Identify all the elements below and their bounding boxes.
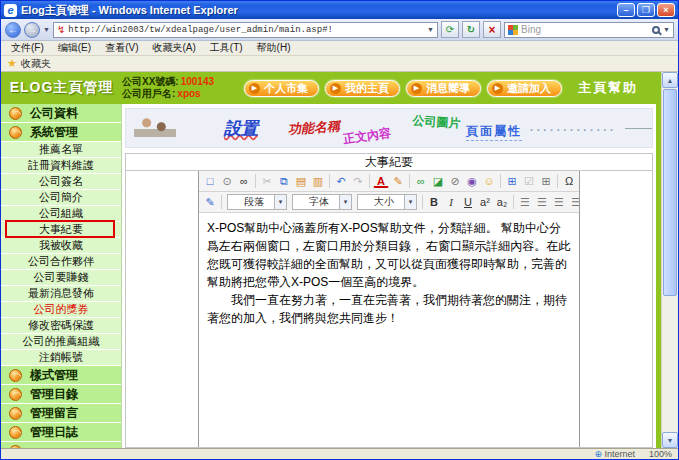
sidebar-section-system-mgmt[interactable]: 系統管理 — [1, 123, 121, 142]
address-dropdown-icon[interactable]: ▼ — [427, 26, 434, 33]
undo-icon[interactable]: ↶ — [333, 173, 349, 189]
sidebar-item-news-publish[interactable]: 最新消息發佈 — [1, 286, 121, 302]
sidebar-section-manage-messages[interactable]: 管理留言 — [1, 404, 121, 423]
rich-text-editor: □ ⊙ ∞ ✂ ⧉ ▤ ▥ ↶ ↷ — [198, 171, 580, 447]
paste-word-icon[interactable]: ▥ — [310, 173, 326, 189]
nav-button-label: 邀請加入 — [507, 81, 551, 96]
cut-icon[interactable]: ✂ — [259, 173, 275, 189]
close-button[interactable]: × — [657, 3, 675, 17]
preview-icon[interactable]: ⊙ — [219, 173, 235, 189]
italic-icon[interactable]: I — [443, 194, 459, 210]
sidebar-section-manage-directory[interactable]: 管理目錄 — [1, 385, 121, 404]
redo-icon[interactable]: ↷ — [350, 173, 366, 189]
forward-button[interactable]: → — [24, 22, 40, 38]
sidebar-item-lottery[interactable]: 公司的獎券 — [1, 302, 121, 318]
url-text[interactable]: http://win2003/tw/xdealpage/user_admin/m… — [68, 25, 424, 35]
unlink-icon[interactable]: ⊘ — [447, 173, 463, 189]
anchor-icon[interactable]: Ω — [561, 173, 577, 189]
font-size-select[interactable]: 大小▾ — [357, 194, 417, 210]
editor-text-area[interactable]: X-POS幫助中心涵蓋所有X-POS幫助文件，分類詳細。 幫助中心分 爲左右兩個… — [199, 213, 579, 447]
search-placeholder[interactable]: Bing — [521, 24, 649, 35]
menu-edit[interactable]: 编辑(E) — [58, 41, 91, 55]
back-button[interactable]: ← — [5, 22, 21, 38]
smiley-icon[interactable]: ☺ — [481, 173, 497, 189]
vertical-scrollbar[interactable]: ▲ ▼ — [661, 72, 678, 448]
swirl-icon — [9, 388, 22, 401]
favorites-star-icon[interactable]: ★ — [7, 57, 17, 70]
homepage-help-link[interactable]: 主頁幫助 — [578, 79, 638, 97]
sidebar-item-partners[interactable]: 公司合作夥伴 — [1, 254, 121, 270]
menu-help[interactable]: 帮助(H) — [257, 41, 291, 55]
zoom-level[interactable]: 100% — [649, 449, 672, 459]
swirl-icon — [9, 126, 22, 139]
chevron-down-icon: ▾ — [339, 195, 351, 209]
invite-join-button[interactable]: ▶邀請加入 — [487, 80, 562, 97]
refresh-button[interactable]: ↻ — [462, 21, 480, 38]
table-icon[interactable]: ⊞ — [504, 173, 520, 189]
message-wizard-button[interactable]: ▶消息嚮導 — [406, 80, 481, 97]
section-label: 公司資料 — [30, 105, 78, 122]
sidebar-item-milestones[interactable]: 大事紀要 — [1, 222, 121, 238]
sidebar-item-favorited-by[interactable]: 我被收藏 — [1, 238, 121, 254]
text-color-icon[interactable]: A — [373, 174, 389, 188]
paragraph-format-select[interactable]: 段落▾ — [227, 194, 287, 210]
font-select[interactable]: 字体▾ — [292, 194, 352, 210]
menu-favorites[interactable]: 收藏夹(A) — [152, 41, 195, 55]
underline-icon[interactable]: U — [460, 194, 476, 210]
sidebar-item-company-intro[interactable]: 公司簡介 — [1, 190, 121, 206]
sidebar-item-register-info[interactable]: 註冊資料維護 — [1, 158, 121, 174]
horizontal-rule-icon[interactable]: — — [578, 173, 579, 189]
scrollbar-thumb[interactable] — [663, 89, 677, 296]
find-icon[interactable]: ∞ — [236, 173, 252, 189]
maximize-button[interactable]: ❐ — [637, 3, 655, 17]
highlight-color-icon[interactable]: ✎ — [390, 173, 406, 189]
align-justify-icon[interactable]: ☰ — [568, 194, 579, 210]
sidebar-item-recommend-list[interactable]: 推薦名單 — [1, 142, 121, 158]
sidebar-item-earn-money[interactable]: 公司要賺錢 — [1, 270, 121, 286]
align-right-icon[interactable]: ☰ — [551, 194, 567, 210]
style-pencil-icon[interactable]: ✎ — [202, 194, 218, 210]
superscript-icon[interactable]: a² — [477, 194, 493, 210]
subscript-icon[interactable]: a₂ — [494, 194, 510, 210]
scrollbar-track[interactable] — [662, 297, 678, 432]
sidebar-section-style-mgmt[interactable]: 樣式管理 — [1, 366, 121, 385]
scroll-down-icon[interactable]: ▼ — [662, 432, 678, 448]
paste-icon[interactable]: ▤ — [293, 173, 309, 189]
sidebar-item-company-signature[interactable]: 公司簽名 — [1, 174, 121, 190]
menu-view[interactable]: 查看(V) — [105, 41, 138, 55]
sidebar-item-recommend-org[interactable]: 公司的推薦組織 — [1, 334, 121, 350]
form-icon[interactable]: ☑ — [521, 173, 537, 189]
menu-tools[interactable]: 工具(T) — [210, 41, 243, 55]
search-input[interactable]: Bing ▼ — [504, 22, 674, 38]
my-homepage-button[interactable]: ▶我的主頁 — [325, 80, 400, 97]
bold-icon[interactable]: B — [426, 194, 442, 210]
minimize-button[interactable]: – — [617, 3, 635, 17]
image-icon[interactable]: ◪ — [430, 173, 446, 189]
stop-button[interactable]: × — [483, 21, 501, 38]
sidebar-item-password-protect[interactable]: 修改密碼保護 — [1, 318, 121, 334]
history-dropdown-icon[interactable]: ▼ — [43, 26, 50, 33]
content-title: 大事紀要 — [126, 154, 652, 171]
sidebar-item-logout-account[interactable]: 注銷帳號 — [1, 350, 121, 366]
scroll-up-icon[interactable]: ▲ — [662, 72, 678, 88]
align-center-icon[interactable]: ☰ — [534, 194, 550, 210]
go-button[interactable]: ⟳ — [441, 21, 459, 38]
banner-word-company-picture: 公司圖片 — [412, 112, 461, 132]
personal-market-button[interactable]: ▶个人市集 — [244, 80, 319, 97]
content-box: 大事紀要 □ ⊙ ∞ ✂ ⧉ ▤ — [125, 153, 653, 448]
copy-icon[interactable]: ⧉ — [276, 173, 292, 189]
link-icon[interactable]: ∞ — [413, 173, 429, 189]
sidebar-section-company-info[interactable]: 公司資料 — [1, 104, 121, 123]
menu-file[interactable]: 文件(F) — [11, 41, 44, 55]
align-left-icon[interactable]: ☰ — [517, 194, 533, 210]
sidebar-section-manage-logs[interactable]: 管理日誌 — [1, 423, 121, 442]
grid-icon[interactable]: ⊞ — [538, 173, 554, 189]
search-icon[interactable] — [652, 26, 660, 34]
favorites-label[interactable]: 收藏夹 — [21, 57, 51, 71]
sidebar-item-company-org[interactable]: 公司組織 — [1, 206, 121, 222]
new-page-icon[interactable]: □ — [202, 173, 218, 189]
banner-word-setup: 設置 — [224, 117, 258, 140]
media-icon[interactable]: ◉ — [464, 173, 480, 189]
search-dropdown-icon[interactable]: ▼ — [663, 26, 670, 33]
address-input[interactable]: ↯ http://win2003/tw/xdealpage/user_admin… — [53, 22, 438, 38]
